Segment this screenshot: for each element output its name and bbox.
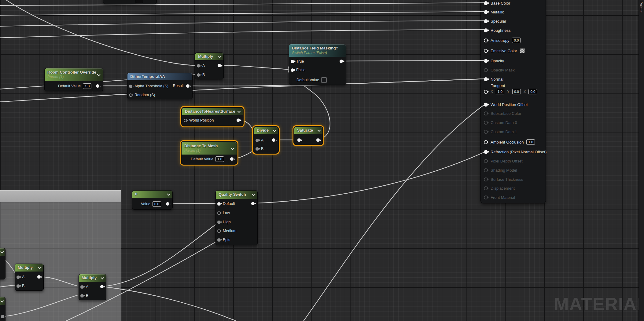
custom-data-1-pin[interactable] — [484, 130, 488, 134]
comment-box-body[interactable] — [0, 202, 121, 321]
chevron-down-icon[interactable] — [0, 299, 4, 302]
scalar-zero-output-pin[interactable] — [166, 202, 169, 206]
pin-row-normal[interactable]: Normal — [484, 76, 503, 82]
scalar-zero-value[interactable]: 0.0 — [153, 201, 161, 207]
pin-row-anisotropy[interactable]: Anisotropy0.0 — [484, 37, 521, 44]
saturate-input-pin[interactable] — [297, 138, 301, 142]
pin-row-world-position-offset[interactable]: World Position Offset — [484, 101, 528, 108]
pin-row-base-color[interactable]: Base Color — [484, 0, 510, 6]
chevron-down-icon[interactable] — [317, 128, 321, 132]
node-divide[interactable]: Divide A B — [254, 127, 278, 153]
multiply-b1-b-pin[interactable] — [17, 284, 20, 288]
pin-row-surface-thickness[interactable]: Surface Thickness — [484, 176, 523, 183]
emissive-color-pin[interactable] — [484, 49, 488, 53]
room-default-value[interactable]: 1.0 — [83, 83, 91, 89]
node-quality-switch[interactable]: Quality Switch Default Low High Medium E… — [215, 190, 258, 245]
pin-row-tangent[interactable]: X1.0 Y0.0 Z0.0 — [484, 88, 537, 95]
pin-row-roughness[interactable]: Roughness — [484, 27, 511, 34]
node-saturate[interactable]: Saturate — [294, 127, 323, 144]
dither-alpha-threshold-pin[interactable] — [129, 85, 132, 88]
node-distance-field-masking[interactable]: Distance Field Masking? Switch Param (Fa… — [289, 44, 346, 85]
multiply-top-a-pin[interactable] — [197, 64, 200, 67]
specular-pin[interactable] — [484, 19, 488, 23]
dfm-true-pin[interactable] — [291, 60, 294, 63]
quality-epic-pin[interactable] — [217, 238, 221, 242]
palette-tab[interactable]: Palette — [638, 0, 644, 321]
refraction-pin[interactable] — [484, 150, 488, 154]
partial-top-value[interactable] — [136, 0, 143, 3]
chevron-down-icon[interactable] — [0, 250, 4, 253]
divide-b-pin[interactable] — [256, 147, 259, 151]
dither-random-pin[interactable] — [129, 93, 132, 97]
pin-row-subsurface-color[interactable]: Subsurface Color — [484, 110, 521, 117]
chevron-down-icon[interactable] — [38, 265, 41, 269]
multiply-b2-a-pin[interactable] — [80, 285, 84, 289]
multiply-b2-b-pin[interactable] — [80, 294, 84, 297]
quality-low-pin[interactable] — [217, 211, 221, 215]
multiply-b2-output-pin[interactable] — [100, 285, 104, 288]
quality-medium-pin[interactable] — [217, 229, 221, 233]
node-distance-to-nearest-surface[interactable]: DistanceToNearestSurface World Position — [182, 108, 243, 126]
chevron-down-icon[interactable] — [273, 128, 276, 132]
saturate-output-pin[interactable] — [316, 138, 320, 142]
pin-row-specular[interactable]: Specular — [484, 18, 506, 24]
chevron-down-icon[interactable] — [101, 276, 104, 279]
tangent-x-value[interactable]: 1.0 — [496, 89, 504, 94]
dtns-world-position-pin[interactable] — [184, 119, 187, 122]
world-position-offset-pin[interactable] — [484, 103, 488, 107]
tangent-pin[interactable] — [484, 90, 488, 94]
subsurface-color-pin[interactable] — [484, 111, 488, 115]
dither-result-pin[interactable] — [186, 84, 190, 88]
tangent-y-value[interactable]: 0.0 — [512, 89, 521, 94]
displacement-pin[interactable] — [484, 186, 488, 190]
ambient-occlusion-pin[interactable] — [484, 140, 488, 144]
metallic-pin[interactable] — [484, 10, 488, 14]
front-material-pin[interactable] — [484, 195, 488, 199]
quality-output-pin[interactable] — [251, 202, 255, 205]
dfm-false-pin[interactable] — [291, 68, 294, 72]
chevron-down-icon[interactable] — [167, 192, 170, 195]
node-multiply-top[interactable]: Multiply A B — [195, 53, 224, 79]
partial-left-2-pin[interactable] — [1, 315, 4, 318]
node-dither-temporal-aa[interactable]: DitherTemporalAA Alpha Threshold (S) Res… — [127, 73, 193, 99]
chevron-down-icon[interactable] — [97, 73, 100, 76]
base-color-pin[interactable] — [484, 1, 488, 5]
pin-row-pixel-depth-offset[interactable]: Pixel Depth Offset — [484, 158, 523, 164]
material-graph-canvas[interactable]: MATERIAL — [0, 0, 644, 321]
pin-row-front-material[interactable]: Front Material — [484, 194, 515, 201]
opacity-mask-pin[interactable] — [484, 68, 488, 72]
pin-row-shading-model[interactable]: Shading Model — [484, 167, 517, 173]
pin-row-refraction[interactable]: Refraction (Pixel Normal Offset) — [484, 148, 546, 155]
multiply-top-output-pin[interactable] — [218, 64, 221, 67]
pin-row-opacity[interactable]: Opacity — [484, 57, 504, 64]
pin-row-custom-data-0[interactable]: Custom Data 0 — [484, 119, 517, 126]
quality-default-pin[interactable] — [217, 202, 221, 206]
node-multiply-bottom-1[interactable]: Multiply A B — [15, 264, 44, 291]
custom-data-0-pin[interactable] — [484, 121, 488, 125]
chevron-down-icon[interactable] — [218, 54, 221, 58]
opacity-pin[interactable] — [484, 59, 488, 63]
node-distance-to-mesh[interactable]: Distance To Mesh Param (1) Default Value… — [181, 142, 237, 164]
pin-row-metallic[interactable]: Metallic — [484, 9, 504, 15]
material-output-node[interactable]: Base Color Metallic Specular Roughness A… — [480, 0, 546, 203]
ambient-occlusion-value[interactable]: 1.0 — [526, 139, 535, 145]
pin-row-opacity-mask[interactable]: Opacity Mask — [484, 67, 515, 73]
node-scalar-zero[interactable]: 0 Value 0.0 — [132, 190, 173, 210]
emissive-color-swatch[interactable] — [520, 48, 525, 53]
dfm-output-pin[interactable] — [340, 60, 343, 63]
quality-high-pin[interactable] — [217, 221, 221, 224]
room-output-pin[interactable] — [96, 84, 99, 88]
dfm-default-value-checkbox[interactable] — [321, 77, 327, 83]
chevron-down-icon[interactable] — [252, 192, 255, 196]
node-partial-left-1[interactable] — [0, 248, 6, 279]
pin-row-custom-data-1[interactable]: Custom Data 1 — [484, 128, 517, 135]
anisotropy-pin[interactable] — [484, 38, 488, 42]
multiply-top-b-pin[interactable] — [197, 73, 200, 77]
divide-a-pin[interactable] — [256, 139, 259, 142]
pin-row-emissive-color[interactable]: Emissive Color — [484, 47, 525, 54]
surface-thickness-pin[interactable] — [484, 177, 488, 181]
node-room-controller-override[interactable]: Room Controller Override Param (1) Defau… — [44, 68, 103, 91]
shading-model-pin[interactable] — [484, 168, 488, 172]
anisotropy-value[interactable]: 0.0 — [512, 38, 521, 43]
node-multiply-bottom-2[interactable]: Multiply A B — [79, 274, 106, 300]
